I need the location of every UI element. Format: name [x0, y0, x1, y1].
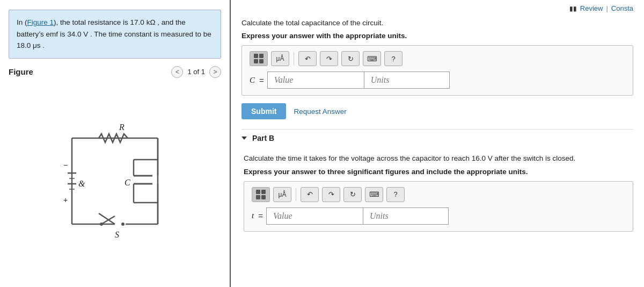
part-b-divider: Part B	[241, 129, 633, 148]
grid-icon	[254, 54, 264, 63]
nav-prev-button[interactable]: <	[171, 66, 183, 78]
top-bar-separator: |	[606, 4, 608, 12]
s-label: S	[115, 230, 119, 239]
grid-tool-button[interactable]	[250, 51, 268, 66]
problem-prefix: In (	[17, 18, 27, 26]
part-b-value-input[interactable]	[266, 207, 363, 225]
part-a-instruction: Express your answer with the appropriate…	[241, 32, 633, 40]
svg-text:+: +	[63, 196, 68, 204]
keyboard-button[interactable]: ⌨	[363, 51, 381, 66]
part-b-keyboard-button[interactable]: ⌨	[365, 187, 383, 202]
figure-count: 1 of 1	[187, 68, 205, 76]
part-b-toolbar: μÅ ↶ ↷ ↻ ⌨ ?	[252, 187, 625, 202]
part-a-input-row: C =	[250, 71, 625, 89]
part-a-answer-box: μÅ ↶ ↷ ↻ ⌨ ? C =	[241, 45, 633, 96]
toolbar-separator	[294, 52, 294, 65]
part-b-instruction: Express your answer to three significant…	[244, 168, 633, 176]
part-b-help-button[interactable]: ?	[386, 187, 405, 202]
part-a-toolbar: μÅ ↶ ↷ ↻ ⌨ ?	[250, 51, 625, 66]
part-b-equals: =	[258, 211, 263, 220]
help-button[interactable]: ?	[384, 51, 402, 66]
part-b-toolbar-separator	[296, 188, 296, 201]
part-b-mu-tool-button[interactable]: μÅ	[273, 187, 291, 202]
redo-button[interactable]: ↷	[320, 51, 338, 66]
top-bar: ▮▮ Review | Consta	[241, 4, 633, 12]
part-b-redo-button[interactable]: ↷	[322, 187, 340, 202]
svg-point-23	[100, 223, 103, 226]
refresh-button[interactable]: ↻	[341, 51, 360, 66]
undo-button[interactable]: ↶	[298, 51, 317, 66]
part-b-question: Calculate the time it takes for the volt…	[244, 153, 633, 164]
part-a-value-input[interactable]	[267, 71, 364, 89]
problem-statement: In (Figure 1), the total resistance is 1…	[9, 10, 221, 59]
part-b-collapse-icon[interactable]	[241, 137, 247, 140]
part-b-grid-tool-button[interactable]	[252, 187, 270, 202]
part-b-grid-icon	[256, 190, 266, 199]
svg-text:−: −	[63, 161, 68, 169]
c-label: C	[125, 178, 130, 187]
svg-text:&: &	[78, 179, 85, 188]
part-b-units-input[interactable]	[363, 207, 449, 225]
left-panel: In (Figure 1), the total resistance is 1…	[0, 0, 231, 287]
r-label: R	[119, 123, 125, 132]
part-a-var-label: C	[250, 76, 255, 85]
part-b-refresh-button[interactable]: ↻	[343, 187, 362, 202]
part-b-undo-button[interactable]: ↶	[301, 187, 319, 202]
mu-icon: μÅ	[276, 55, 284, 62]
part-b-mu-icon: μÅ	[279, 191, 287, 198]
part-b-input-row: t =	[252, 207, 625, 225]
part-a: Calculate the total capacitance of the c…	[241, 18, 633, 129]
nav-next-button[interactable]: >	[209, 66, 221, 78]
mu-tool-button[interactable]: μÅ	[271, 51, 289, 66]
right-panel: ▮▮ Review | Consta Calculate the total c…	[231, 0, 644, 287]
part-a-equals: =	[259, 76, 264, 85]
part-a-units-input[interactable]	[364, 71, 450, 89]
part-b-content: Calculate the time it takes for the volt…	[241, 153, 633, 239]
part-a-request-answer-link[interactable]: Request Answer	[294, 107, 346, 116]
part-b-label: Part B	[252, 134, 274, 142]
svg-line-3	[99, 213, 115, 224]
part-b-var-label: t	[252, 211, 254, 220]
part-a-question: Calculate the total capacitance of the c…	[241, 18, 633, 28]
figure-nav: < 1 of 1 >	[171, 66, 221, 78]
consta-link[interactable]: Consta	[611, 4, 633, 12]
figure-label: Figure	[9, 67, 33, 76]
top-bar-icon: ▮▮	[569, 5, 577, 12]
circuit-svg: R − + & C	[40, 106, 190, 256]
svg-point-24	[121, 223, 125, 226]
figure-link[interactable]: Figure 1	[27, 18, 54, 26]
part-b-answer-box: μÅ ↶ ↷ ↻ ⌨ ? t =	[244, 181, 633, 232]
part-a-action-row: Submit Request Answer	[241, 103, 633, 119]
circuit-diagram: R − + & C	[9, 81, 221, 282]
part-a-submit-button[interactable]: Submit	[241, 103, 286, 119]
figure-header: Figure < 1 of 1 >	[9, 66, 221, 78]
review-link[interactable]: Review	[580, 4, 603, 12]
